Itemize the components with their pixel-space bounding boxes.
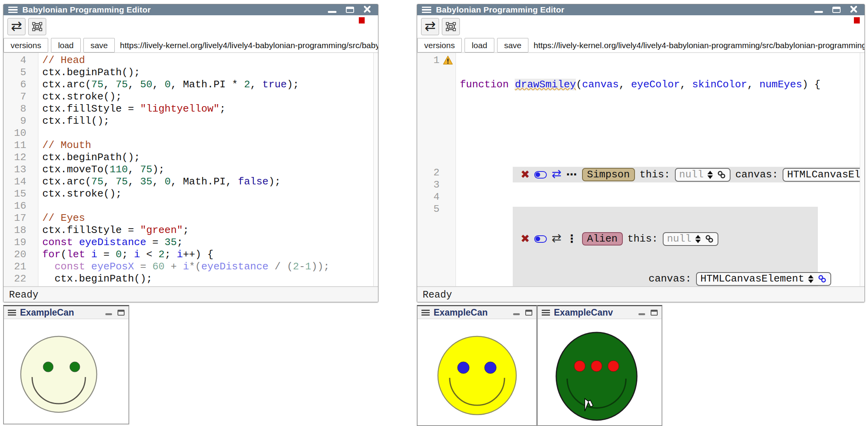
example-block-alien: ✖ ⇄ ⋮ Alien this: null xyxy=(513,207,818,286)
maximize-icon[interactable] xyxy=(832,7,841,13)
line-number[interactable]: 14 xyxy=(4,176,38,188)
smiley-canvas[interactable] xyxy=(4,319,128,424)
line-number[interactable]: 11 xyxy=(4,139,38,152)
code-line: // Eyes xyxy=(42,212,373,224)
line-number[interactable]: 7 xyxy=(4,91,38,103)
tab-save[interactable]: save xyxy=(83,38,115,52)
toggle-layout-button[interactable]: ⇄ xyxy=(421,18,439,35)
line-number[interactable]: 19 xyxy=(4,236,38,249)
value-box-this[interactable]: null xyxy=(675,168,731,182)
code-line: ctx.arc(75, 75, 35, 0, Math.PI, false); xyxy=(42,176,373,188)
warning-icon[interactable] xyxy=(443,56,453,65)
url-field[interactable]: https://lively-kernel.org/lively4/lively… xyxy=(531,38,864,52)
example-toggle-icon[interactable] xyxy=(534,171,547,179)
line-number[interactable]: 15 xyxy=(4,188,38,200)
titlebar[interactable]: Babylonian Programming Editor xyxy=(417,4,864,15)
line-number[interactable]: 3 xyxy=(417,179,456,191)
code-line: const eyePosX = 60 + i*(eyeDistance / (2… xyxy=(42,261,373,273)
line-number[interactable]: 16 xyxy=(4,200,38,212)
transform-mode-button[interactable] xyxy=(442,18,460,35)
line-number[interactable]: 10 xyxy=(4,127,38,139)
line-number[interactable]: 5 xyxy=(417,203,456,215)
spinner-icon[interactable] xyxy=(695,235,701,243)
line-number[interactable]: 21 xyxy=(4,261,38,273)
example-badge-alien[interactable]: Alien xyxy=(582,232,623,245)
close-icon[interactable] xyxy=(363,5,371,14)
babylonian-editor-window-left: Babylonian Programming Editor ⇄ versions… xyxy=(3,4,378,302)
link-icon[interactable] xyxy=(817,274,827,283)
line-number[interactable]: 12 xyxy=(4,152,38,164)
line-number[interactable]: 9 xyxy=(4,115,38,127)
link-icon[interactable] xyxy=(717,170,726,179)
value-box-canvas[interactable]: HTMLCanvasEle xyxy=(783,168,860,182)
example-canvas-window-3: ExampleCanv xyxy=(537,305,662,426)
vertical-scrollbar[interactable] xyxy=(373,53,378,286)
delete-example-icon[interactable]: ✖ xyxy=(521,233,530,244)
titlebar[interactable]: ExampleCanv xyxy=(538,306,662,319)
more-options-icon[interactable]: ⋯ xyxy=(566,169,577,180)
value-box-canvas[interactable]: HTMLCanvasElement xyxy=(696,272,831,286)
titlebar[interactable]: ExampleCan xyxy=(4,306,128,319)
toggle-layout-button[interactable]: ⇄ xyxy=(7,18,25,35)
line-number[interactable]: 4 xyxy=(4,54,38,67)
line-number[interactable]: 13 xyxy=(4,164,38,176)
delete-example-icon[interactable]: ✖ xyxy=(521,169,530,180)
minimize-icon[interactable] xyxy=(105,313,112,315)
tab-load[interactable]: load xyxy=(51,38,81,52)
line-number[interactable]: 20 xyxy=(4,249,38,261)
maximize-icon[interactable] xyxy=(346,7,354,13)
titlebar[interactable]: Babylonian Programming Editor xyxy=(4,4,378,15)
maximize-icon[interactable] xyxy=(118,310,125,316)
minimize-icon[interactable] xyxy=(638,313,645,315)
line-number[interactable]: 22 xyxy=(4,273,38,285)
window-menu-icon[interactable] xyxy=(421,310,430,316)
titlebar[interactable]: ExampleCan xyxy=(418,306,536,319)
code-editor[interactable]: // Headctx.beginPath();ctx.arc(75, 75, 5… xyxy=(38,53,373,286)
window-menu-icon[interactable] xyxy=(422,7,431,13)
spinner-icon[interactable] xyxy=(808,275,814,283)
tab-bar: versions load save https://lively-kernel… xyxy=(417,38,864,53)
tab-load[interactable]: load xyxy=(465,38,494,52)
tab-versions[interactable]: versions xyxy=(417,38,462,52)
binding-row-canvas: canvas: HTMLCanvasElement xyxy=(513,271,818,286)
binding-label: this: xyxy=(627,233,658,245)
window-menu-icon[interactable] xyxy=(542,310,550,316)
value-box-this[interactable]: null xyxy=(663,232,718,246)
spinner-icon[interactable] xyxy=(707,171,713,179)
line-number[interactable]: 2 xyxy=(417,167,456,179)
window-menu-icon[interactable] xyxy=(8,7,18,13)
vertical-scrollbar[interactable] xyxy=(860,53,864,286)
close-icon[interactable] xyxy=(850,5,857,14)
swap-arrows-icon[interactable]: ⇄ xyxy=(552,168,561,180)
more-options-icon[interactable]: ⋮ xyxy=(566,233,577,244)
window-menu-icon[interactable] xyxy=(8,310,16,316)
maximize-icon[interactable] xyxy=(651,310,658,316)
minimize-icon[interactable] xyxy=(814,11,823,13)
url-field[interactable]: https://lively-kernel.org/lively4/lively… xyxy=(118,38,378,52)
maximize-icon[interactable] xyxy=(525,310,532,316)
line-number[interactable]: 4 xyxy=(417,191,456,203)
line-number[interactable]: 8 xyxy=(4,103,38,115)
toolbar: ⇄ xyxy=(417,15,864,38)
line-number[interactable]: 17 xyxy=(4,212,38,224)
code-line: ctx.stroke(); xyxy=(42,91,373,103)
smiley-canvas[interactable] xyxy=(418,319,536,426)
line-number-gutter[interactable]: 45678910111213141516171819202122 xyxy=(4,53,38,286)
gutter-spacer xyxy=(417,67,456,167)
line-number[interactable]: 6 xyxy=(4,79,38,91)
tab-save[interactable]: save xyxy=(497,38,528,52)
example-badge-simpson[interactable]: Simpson xyxy=(582,168,635,181)
line-number[interactable]: 5 xyxy=(4,67,38,79)
tab-versions[interactable]: versions xyxy=(4,38,48,52)
swap-arrows-icon[interactable]: ⇄ xyxy=(552,232,561,244)
transform-mode-button[interactable] xyxy=(28,18,46,35)
minimize-icon[interactable] xyxy=(328,11,336,13)
smiley-canvas[interactable] xyxy=(538,319,662,426)
example-toggle-icon[interactable] xyxy=(534,235,547,243)
line-number-gutter[interactable]: 1 2345 xyxy=(417,53,456,286)
link-icon[interactable] xyxy=(705,234,714,244)
code-line xyxy=(42,200,373,212)
line-number[interactable]: 18 xyxy=(4,224,38,236)
minimize-icon[interactable] xyxy=(513,313,520,315)
code-editor[interactable]: function drawSmiley(canvas, eyeColor, sk… xyxy=(456,53,860,286)
